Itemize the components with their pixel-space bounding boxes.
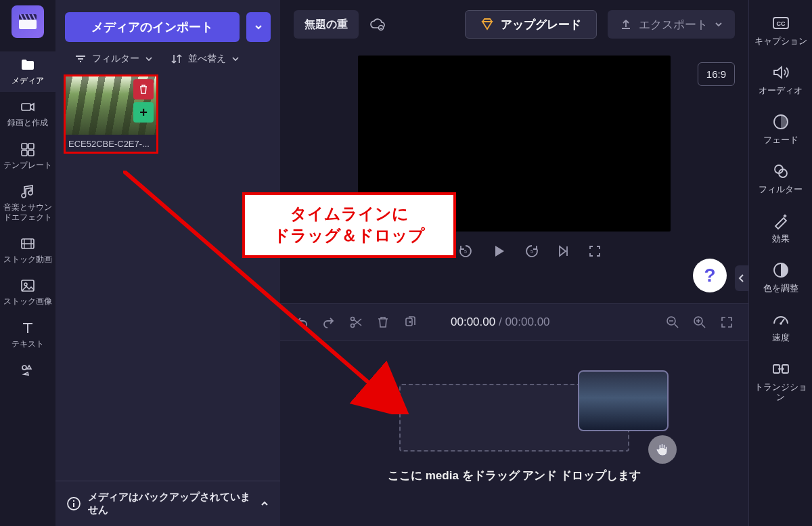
timeline-toolbar: 00:00.00 / 00:00.00: [280, 303, 748, 341]
right-fade[interactable]: フェード: [749, 106, 813, 154]
nav-record[interactable]: 録画と作成: [0, 93, 55, 134]
svg-point-12: [379, 26, 384, 30]
delete-clip-button[interactable]: [133, 79, 154, 100]
fullscreen-icon: [587, 244, 602, 259]
timeline-drop-zone[interactable]: [399, 384, 629, 452]
play-button[interactable]: [490, 242, 508, 260]
upgrade-label: アップグレード: [501, 17, 581, 32]
filters-icon: [771, 162, 790, 181]
template-icon: [20, 141, 36, 158]
undo-icon: [295, 315, 309, 329]
annotation-callout: タイムラインに ドラッグ＆ドロップ: [242, 192, 456, 258]
right-transition[interactable]: トランジション: [749, 353, 813, 411]
nav-label: 音楽とサウンドエフェクト: [3, 202, 53, 222]
play-icon: [490, 242, 508, 260]
import-media-button[interactable]: メディアのインポート: [65, 12, 240, 42]
nav-label: テンプレート: [3, 160, 52, 170]
trash-icon: [376, 315, 390, 329]
timeline-area[interactable]: ここに media をドラッグ アンド ドロップします: [280, 341, 748, 526]
skip-end-icon: [556, 244, 571, 259]
copy-icon: [403, 315, 417, 329]
cc-icon: CC: [771, 14, 790, 32]
svg-rect-3: [22, 144, 27, 149]
right-captions[interactable]: CC キャプション: [749, 7, 813, 55]
fullscreen-button[interactable]: [587, 244, 602, 259]
zoom-out-button[interactable]: [666, 315, 679, 329]
app-logo[interactable]: [12, 5, 44, 38]
right-effects[interactable]: 効果: [749, 204, 813, 253]
cloud-sync-button[interactable]: [369, 16, 386, 32]
clapper-icon: [18, 12, 38, 32]
sort-icon: [171, 53, 183, 65]
rewind-5s-button[interactable]: 5: [457, 243, 474, 259]
export-label: エクスポート: [639, 17, 708, 32]
right-item-label: トランジション: [752, 382, 810, 403]
folder-icon: [20, 57, 36, 73]
seek-end-button[interactable]: [556, 244, 571, 259]
nav-stock-image[interactable]: ストック画像: [0, 272, 55, 313]
chevron-down-icon: [231, 55, 240, 63]
nav-brand-kit[interactable]: [0, 357, 55, 385]
media-thumbnail[interactable]: +: [66, 76, 156, 135]
project-title[interactable]: 無題の重: [294, 10, 359, 39]
forward-icon: 5: [524, 243, 540, 259]
right-item-label: キャプション: [754, 37, 807, 47]
redo-button[interactable]: [322, 315, 336, 329]
backup-notice-text: メディアはバックアップされていません: [88, 491, 253, 517]
scissors-icon: [349, 315, 363, 329]
redo-icon: [322, 315, 336, 329]
right-item-label: 効果: [772, 234, 790, 244]
filter-button[interactable]: フィルター: [74, 53, 153, 65]
help-button[interactable]: ?: [693, 259, 727, 292]
image-icon: [20, 278, 36, 294]
delete-button[interactable]: [376, 315, 390, 329]
drop-hint-text: ここに media をドラッグ アンド ドロップします: [388, 468, 641, 483]
right-nav-rail: CC キャプション オーディオ フェード フィルター 効果 色を調整 速度 トラ…: [748, 0, 812, 526]
svg-rect-6: [28, 150, 34, 156]
add-clip-button[interactable]: +: [133, 102, 154, 123]
filter-label: フィルター: [92, 53, 139, 64]
collapse-right-panel-button[interactable]: [735, 265, 748, 291]
nav-stock-video[interactable]: ストック動画: [0, 230, 55, 271]
right-audio[interactable]: オーディオ: [749, 56, 813, 104]
sort-button[interactable]: 並べ替え: [171, 53, 240, 65]
split-button[interactable]: [349, 315, 363, 329]
left-nav-rail: メディア 録画と作成 テンプレート 音楽とサウンドエフェクト ストック動画 スト…: [0, 0, 55, 526]
grab-cursor-icon: [648, 435, 677, 464]
zoom-in-button[interactable]: [693, 315, 706, 329]
aspect-ratio-button[interactable]: 16:9: [698, 62, 735, 86]
svg-rect-2: [22, 104, 30, 110]
trash-icon: [138, 84, 149, 95]
import-label: メディアのインポート: [91, 19, 213, 35]
nav-music[interactable]: 音楽とサウンドエフェクト: [0, 178, 55, 229]
media-clip-card[interactable]: + ECE52CBE-C2E7-...: [64, 74, 158, 154]
duplicate-button[interactable]: [403, 315, 417, 329]
right-speed[interactable]: 速度: [749, 303, 813, 351]
color-adjust-icon: [771, 261, 790, 280]
timecode-display: 00:00.00 / 00:00.00: [451, 315, 550, 329]
chevron-left-icon: [738, 273, 745, 283]
upload-icon: [620, 18, 632, 30]
right-item-label: フェード: [763, 135, 798, 146]
right-item-label: 色を調整: [763, 284, 798, 294]
svg-point-10: [22, 366, 26, 370]
export-button[interactable]: エクスポート: [608, 10, 735, 39]
forward-5s-button[interactable]: 5: [524, 243, 540, 259]
fx-icon: [771, 211, 790, 230]
zoom-fit-button[interactable]: [720, 315, 734, 329]
right-item-label: 速度: [772, 333, 790, 343]
timecode-total: 00:00.00: [505, 315, 549, 328]
nav-label: ストック画像: [3, 297, 52, 306]
import-dropdown-button[interactable]: [246, 12, 271, 42]
upgrade-button[interactable]: アップグレード: [465, 10, 597, 39]
svg-text:5: 5: [464, 249, 467, 254]
camera-icon: [20, 99, 36, 115]
right-color-adjust[interactable]: 色を調整: [749, 254, 813, 302]
undo-button[interactable]: [295, 315, 309, 329]
nav-media[interactable]: メディア: [0, 51, 55, 92]
nav-text[interactable]: テキスト: [0, 315, 55, 355]
nav-templates[interactable]: テンプレート: [0, 136, 55, 177]
backup-notice-banner[interactable]: メディアはバックアップされていません: [55, 481, 280, 526]
nav-label: 録画と作成: [7, 118, 48, 127]
right-filters[interactable]: フィルター: [749, 155, 813, 203]
